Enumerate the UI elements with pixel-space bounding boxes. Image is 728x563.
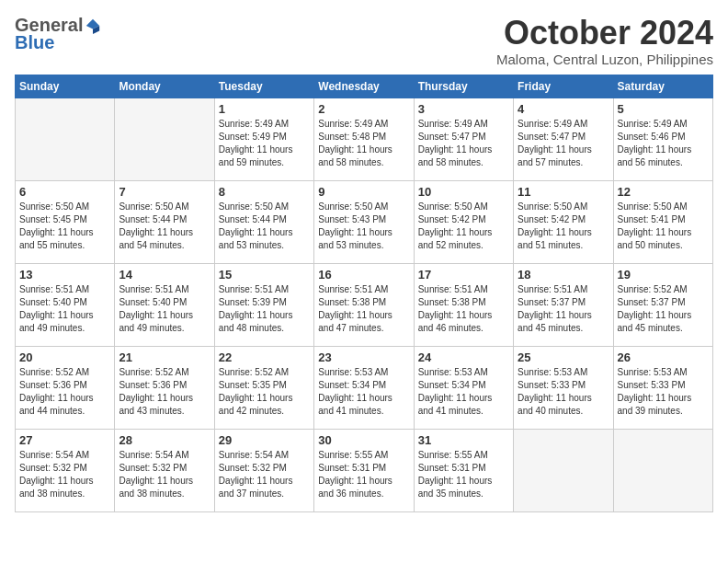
weekday-header-cell: Thursday [414,75,513,98]
calendar-day-cell: 28Sunrise: 5:54 AMSunset: 5:32 PMDayligh… [115,429,214,511]
day-number: 1 [219,102,310,116]
day-number: 21 [119,350,210,364]
location-text: Maloma, Central Luzon, Philippines [496,52,713,67]
day-info: Sunrise: 5:51 AMSunset: 5:40 PMDaylight:… [119,283,210,335]
calendar-day-cell: 29Sunrise: 5:54 AMSunset: 5:32 PMDayligh… [214,429,313,511]
weekday-header-cell: Saturday [613,75,712,98]
weekday-header-cell: Monday [115,75,214,98]
title-block: October 2024 Maloma, Central Luzon, Phil… [496,15,713,67]
calendar-day-cell: 19Sunrise: 5:52 AMSunset: 5:37 PMDayligh… [613,263,712,346]
day-number: 28 [119,433,210,447]
day-number: 30 [318,433,409,447]
calendar-week-row: 27Sunrise: 5:54 AMSunset: 5:32 PMDayligh… [16,429,713,511]
calendar-day-cell: 21Sunrise: 5:52 AMSunset: 5:36 PMDayligh… [115,346,214,429]
day-info: Sunrise: 5:52 AMSunset: 5:37 PMDaylight:… [618,283,709,335]
page-header: General Blue October 2024 Maloma, Centra… [15,15,713,67]
day-number: 8 [219,185,310,199]
day-info: Sunrise: 5:51 AMSunset: 5:37 PMDaylight:… [518,283,609,335]
logo-icon [85,17,101,34]
calendar-day-cell: 15Sunrise: 5:51 AMSunset: 5:39 PMDayligh… [214,263,313,346]
day-info: Sunrise: 5:51 AMSunset: 5:39 PMDaylight:… [219,283,310,335]
day-info: Sunrise: 5:49 AMSunset: 5:47 PMDaylight:… [418,118,509,169]
day-info: Sunrise: 5:55 AMSunset: 5:31 PMDaylight:… [418,449,509,500]
calendar-day-cell: 11Sunrise: 5:50 AMSunset: 5:42 PMDayligh… [514,180,613,263]
calendar-day-cell: 9Sunrise: 5:50 AMSunset: 5:43 PMDaylight… [314,180,414,263]
weekday-header-cell: Tuesday [214,75,313,98]
calendar-day-cell: 25Sunrise: 5:53 AMSunset: 5:33 PMDayligh… [514,346,613,429]
calendar-day-cell: 17Sunrise: 5:51 AMSunset: 5:38 PMDayligh… [414,263,513,346]
day-info: Sunrise: 5:51 AMSunset: 5:38 PMDaylight:… [318,283,409,335]
calendar-day-cell: 18Sunrise: 5:51 AMSunset: 5:37 PMDayligh… [514,263,613,346]
day-info: Sunrise: 5:53 AMSunset: 5:33 PMDaylight:… [518,366,609,418]
calendar-day-cell: 27Sunrise: 5:54 AMSunset: 5:32 PMDayligh… [16,429,115,511]
calendar-week-row: 13Sunrise: 5:51 AMSunset: 5:40 PMDayligh… [16,263,713,346]
day-info: Sunrise: 5:52 AMSunset: 5:35 PMDaylight:… [219,366,310,418]
day-number: 25 [518,350,609,364]
calendar-table: SundayMondayTuesdayWednesdayThursdayFrid… [15,75,713,512]
day-number: 14 [119,268,210,282]
calendar-day-cell: 12Sunrise: 5:50 AMSunset: 5:41 PMDayligh… [613,180,712,263]
day-info: Sunrise: 5:50 AMSunset: 5:43 PMDaylight:… [318,201,409,252]
calendar-day-cell [514,429,613,511]
day-info: Sunrise: 5:50 AMSunset: 5:45 PMDaylight:… [19,201,110,252]
day-number: 3 [418,102,509,116]
weekday-header-row: SundayMondayTuesdayWednesdayThursdayFrid… [16,75,713,98]
calendar-body: 1Sunrise: 5:49 AMSunset: 5:49 PMDaylight… [16,98,713,511]
day-info: Sunrise: 5:50 AMSunset: 5:42 PMDaylight:… [418,201,509,252]
calendar-day-cell: 20Sunrise: 5:52 AMSunset: 5:36 PMDayligh… [16,346,115,429]
calendar-day-cell: 26Sunrise: 5:53 AMSunset: 5:33 PMDayligh… [613,346,712,429]
logo-blue-text: Blue [15,32,54,53]
day-number: 23 [318,350,409,364]
calendar-day-cell: 16Sunrise: 5:51 AMSunset: 5:38 PMDayligh… [314,263,414,346]
calendar-day-cell: 24Sunrise: 5:53 AMSunset: 5:34 PMDayligh… [414,346,513,429]
day-info: Sunrise: 5:49 AMSunset: 5:47 PMDaylight:… [518,118,609,169]
day-number: 16 [318,268,409,282]
day-info: Sunrise: 5:51 AMSunset: 5:40 PMDaylight:… [19,283,110,335]
day-number: 9 [318,185,409,199]
day-number: 22 [219,350,310,364]
day-number: 7 [119,185,210,199]
calendar-day-cell: 7Sunrise: 5:50 AMSunset: 5:44 PMDaylight… [115,180,214,263]
calendar-day-cell: 22Sunrise: 5:52 AMSunset: 5:35 PMDayligh… [214,346,313,429]
day-info: Sunrise: 5:52 AMSunset: 5:36 PMDaylight:… [19,366,110,418]
day-info: Sunrise: 5:53 AMSunset: 5:34 PMDaylight:… [418,366,509,418]
month-title: October 2024 [496,15,713,52]
day-info: Sunrise: 5:50 AMSunset: 5:42 PMDaylight:… [518,201,609,252]
calendar-day-cell: 5Sunrise: 5:49 AMSunset: 5:46 PMDaylight… [613,98,712,180]
calendar-day-cell: 31Sunrise: 5:55 AMSunset: 5:31 PMDayligh… [414,429,513,511]
day-number: 26 [618,350,709,364]
day-number: 6 [19,185,110,199]
calendar-day-cell: 8Sunrise: 5:50 AMSunset: 5:44 PMDaylight… [214,180,313,263]
weekday-header-cell: Sunday [16,75,115,98]
day-info: Sunrise: 5:50 AMSunset: 5:44 PMDaylight:… [119,201,210,252]
day-number: 11 [518,185,609,199]
day-number: 18 [518,268,609,282]
day-info: Sunrise: 5:54 AMSunset: 5:32 PMDaylight:… [119,449,210,500]
calendar-day-cell: 3Sunrise: 5:49 AMSunset: 5:47 PMDaylight… [414,98,513,180]
day-info: Sunrise: 5:53 AMSunset: 5:33 PMDaylight:… [618,366,709,418]
calendar-week-row: 6Sunrise: 5:50 AMSunset: 5:45 PMDaylight… [16,180,713,263]
weekday-header-cell: Wednesday [314,75,414,98]
calendar-day-cell: 30Sunrise: 5:55 AMSunset: 5:31 PMDayligh… [314,429,414,511]
day-number: 5 [618,102,709,116]
day-info: Sunrise: 5:53 AMSunset: 5:34 PMDaylight:… [318,366,409,418]
day-number: 4 [518,102,609,116]
calendar-day-cell: 13Sunrise: 5:51 AMSunset: 5:40 PMDayligh… [16,263,115,346]
calendar-day-cell [115,98,214,180]
day-info: Sunrise: 5:54 AMSunset: 5:32 PMDaylight:… [219,449,310,500]
day-info: Sunrise: 5:49 AMSunset: 5:48 PMDaylight:… [318,118,409,169]
day-number: 29 [219,433,310,447]
day-info: Sunrise: 5:55 AMSunset: 5:31 PMDaylight:… [318,449,409,500]
calendar-day-cell [613,429,712,511]
day-info: Sunrise: 5:54 AMSunset: 5:32 PMDaylight:… [19,449,110,500]
day-info: Sunrise: 5:51 AMSunset: 5:38 PMDaylight:… [418,283,509,335]
calendar-day-cell [16,98,115,180]
calendar-day-cell: 14Sunrise: 5:51 AMSunset: 5:40 PMDayligh… [115,263,214,346]
day-info: Sunrise: 5:52 AMSunset: 5:36 PMDaylight:… [119,366,210,418]
calendar-day-cell: 4Sunrise: 5:49 AMSunset: 5:47 PMDaylight… [514,98,613,180]
calendar-day-cell: 1Sunrise: 5:49 AMSunset: 5:49 PMDaylight… [214,98,313,180]
day-number: 31 [418,433,509,447]
day-number: 17 [418,268,509,282]
weekday-header-cell: Friday [514,75,613,98]
day-number: 12 [618,185,709,199]
